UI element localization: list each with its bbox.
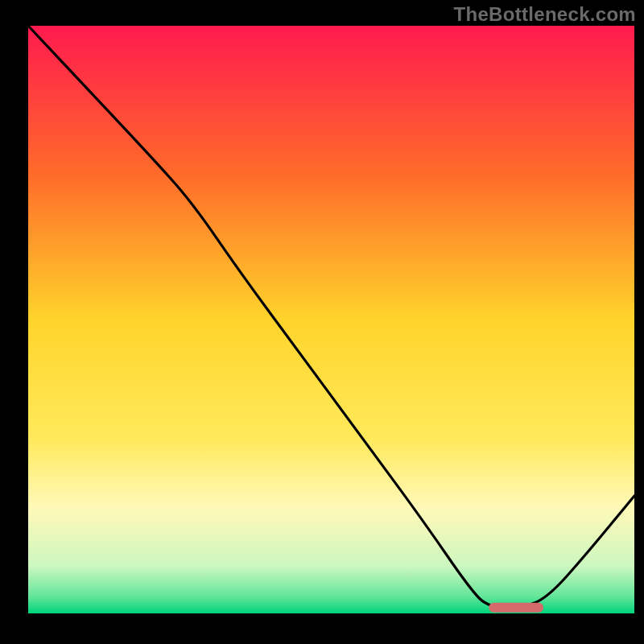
watermark-text: TheBottleneck.com bbox=[454, 3, 636, 26]
bottleneck-chart bbox=[0, 0, 644, 644]
chart-svg bbox=[0, 0, 644, 644]
optimal-range-marker bbox=[489, 603, 543, 613]
plot-area bbox=[28, 26, 634, 613]
